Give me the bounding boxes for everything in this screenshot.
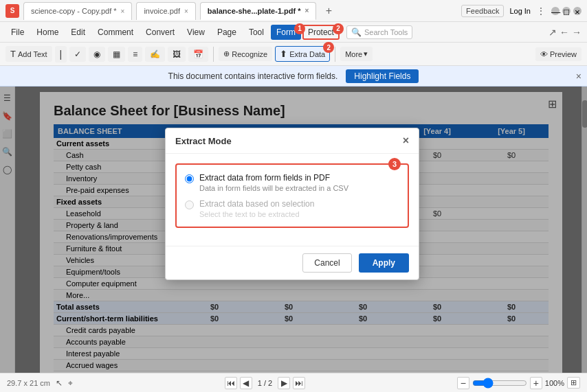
status-bar: 29.7 x 21 cm ↖ ⌖ ⏮ ◀ 1 / 2 ▶ ⏭ − + 100% … <box>0 373 587 392</box>
fit-button[interactable]: ⊞ <box>567 377 580 389</box>
apply-button[interactable]: Apply <box>359 253 409 273</box>
menu-tool[interactable]: Tool <box>243 25 269 40</box>
highlight-fields-button[interactable]: Highlight Fields <box>346 69 419 83</box>
option1-text: Extract data from form fields in PDF Dat… <box>199 173 348 192</box>
extra-data-badge: 2 <box>323 42 334 53</box>
modal-header: Extract Mode × <box>166 128 419 154</box>
page-navigation: ⏮ ◀ 1 / 2 ▶ ⏭ <box>225 377 305 389</box>
total-pages: 2 <box>268 379 272 387</box>
back-icon[interactable]: ← <box>560 27 569 38</box>
zoom-slider[interactable] <box>472 378 527 389</box>
cancel-button[interactable]: Cancel <box>302 253 351 273</box>
tool-check[interactable]: ✓ <box>69 47 86 62</box>
recognize-button[interactable]: ⊕ Recognize <box>219 47 272 61</box>
more-label: More <box>345 50 362 58</box>
menu-bar: File Home Edit Comment Convert View Page… <box>0 22 587 43</box>
last-page-button[interactable]: ⏭ <box>293 377 305 389</box>
tab-1[interactable]: science-copy - Copy.pdf * × <box>23 2 132 20</box>
forward-icon[interactable]: → <box>572 27 582 38</box>
add-text-icon: T <box>10 49 16 59</box>
next-page-button[interactable]: ▶ <box>278 377 290 389</box>
extra-data-wrapper: ⬆ Extra Data 2 <box>275 46 330 62</box>
menu-dots[interactable]: ⋮ <box>536 5 546 16</box>
search-icon: 🔍 <box>351 27 362 37</box>
tool-list[interactable]: ≡ <box>128 47 142 62</box>
menu-file[interactable]: File <box>5 25 30 40</box>
preview-button[interactable]: 👁 Preview <box>535 47 582 61</box>
upload-icon: ⬆ <box>280 49 287 59</box>
zoom-in-button[interactable]: + <box>530 377 542 389</box>
prev-page-button[interactable]: ◀ <box>240 377 252 389</box>
zoom-controls: − + 100% ⊞ <box>457 377 580 389</box>
app-logo: S <box>5 4 19 18</box>
tool-box[interactable]: ▦ <box>108 47 125 62</box>
title-bar-right: Feedback Log In ⋮ — □ × <box>461 5 582 17</box>
preview-label: Preview <box>550 50 577 58</box>
tab-3-close[interactable]: × <box>305 7 309 14</box>
menu-comment[interactable]: Comment <box>92 25 139 40</box>
page-size: 29.7 x 21 cm <box>7 379 50 387</box>
title-bar: S science-copy - Copy.pdf * × invoice.pd… <box>0 0 587 22</box>
extra-data-button[interactable]: ⬆ Extra Data <box>275 46 330 62</box>
login-link[interactable]: Log In <box>509 7 531 15</box>
menu-view[interactable]: View <box>181 25 210 40</box>
eye-icon: 👁 <box>540 50 548 58</box>
preview-area: 👁 Preview <box>535 47 582 61</box>
tool-sign[interactable]: ✍ <box>145 47 165 62</box>
current-page: 1 <box>258 379 262 387</box>
maximize-button[interactable]: □ <box>562 7 571 15</box>
extract-mode-modal: Extract Mode × 3 Extract data from form … <box>165 128 419 280</box>
toolbar-separator-1 <box>213 47 214 62</box>
zoom-out-button[interactable]: − <box>457 377 469 389</box>
modal-options-section: 3 Extract data from form fields in PDF D… <box>175 163 409 228</box>
option2-radio[interactable] <box>185 200 194 209</box>
tool-date[interactable]: 📅 <box>188 47 208 62</box>
tool-radio[interactable]: ◉ <box>89 47 105 62</box>
menu-home[interactable]: Home <box>31 25 64 40</box>
recognize-icon: ⊕ <box>223 49 230 58</box>
option1-radio[interactable] <box>185 174 194 183</box>
tool-cursor[interactable]: | <box>55 46 67 62</box>
add-text-label: Add Text <box>18 50 47 58</box>
notification-close-button[interactable]: × <box>576 71 582 82</box>
cursor-icon: ↖ <box>56 378 63 388</box>
option2-label: Extract data based on selection <box>199 199 314 209</box>
notification-bar: This document contains interactive form … <box>0 66 587 87</box>
minimize-button[interactable]: — <box>551 7 560 15</box>
tab-2-close[interactable]: × <box>184 8 188 15</box>
title-bar-left: S science-copy - Copy.pdf * × invoice.pd… <box>5 2 457 20</box>
modal-close-button[interactable]: × <box>403 135 409 146</box>
page-indicator: 1 / 2 <box>255 379 275 387</box>
tab-1-label: science-copy - Copy.pdf * <box>31 7 117 15</box>
close-button[interactable]: × <box>573 7 582 15</box>
zoom-level: 100% <box>545 379 564 387</box>
option2-desc: Select the text to be extracted <box>199 210 314 218</box>
content-area: ☰ 🔖 ⬜ 🔍 ◯ Balance Sheet for [Business Na… <box>0 87 587 373</box>
first-page-button[interactable]: ⏮ <box>225 377 237 389</box>
tab-1-close[interactable]: × <box>121 8 125 15</box>
more-button[interactable]: More ▾ <box>340 47 373 61</box>
external-link-icon[interactable]: ↗ <box>549 27 557 38</box>
notification-text: This document contains interactive form … <box>168 71 338 81</box>
menu-protect-wrapper: Protect 2 <box>302 27 340 37</box>
modal-title: Extract Mode <box>175 136 232 146</box>
option1-label: Extract data from form fields in PDF <box>199 173 348 183</box>
toolbar: T Add Text | ✓ ◉ ▦ ≡ ✍ 🖼 📅 ⊕ Recognize ⬆… <box>0 43 587 66</box>
add-tab-button[interactable]: + <box>320 3 337 19</box>
menu-form-wrapper: Form 1 <box>271 27 301 37</box>
search-tools-label: Search Tools <box>364 28 408 36</box>
window-controls: — □ × <box>551 7 582 15</box>
window-action-buttons: ↗ ← → <box>549 27 582 38</box>
tab-2[interactable]: invoice.pdf × <box>136 2 195 20</box>
tab-3[interactable]: balance-she...plate-1.pdf * × <box>200 2 317 20</box>
add-text-button[interactable]: T Add Text <box>5 46 52 62</box>
menu-edit[interactable]: Edit <box>65 25 91 40</box>
modal-overlay: Extract Mode × 3 Extract data from form … <box>0 87 587 373</box>
option1-desc: Data in form fields will be extracted in… <box>199 184 348 192</box>
modal-footer: Cancel Apply <box>166 246 419 279</box>
menu-convert[interactable]: Convert <box>140 25 180 40</box>
tool-image[interactable]: 🖼 <box>168 47 186 62</box>
feedback-button[interactable]: Feedback <box>461 5 504 17</box>
menu-page[interactable]: Page <box>212 25 242 40</box>
option2-container: Extract data based on selection Select t… <box>185 199 399 218</box>
